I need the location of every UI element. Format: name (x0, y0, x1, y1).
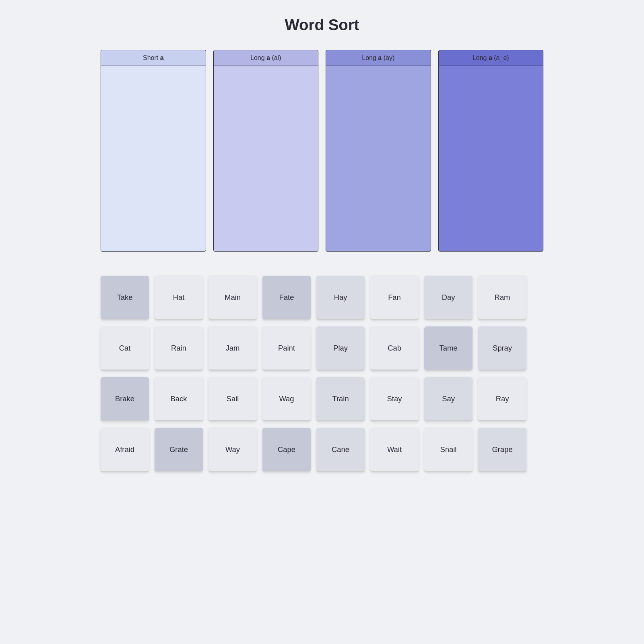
word-row-2: BrakeBackSailWagTrainStaySayRay (101, 377, 543, 421)
word-card-hay[interactable]: Hay (316, 276, 365, 320)
sort-box-body-long-ay[interactable] (326, 66, 431, 251)
sort-box-header-long-ae: Long a (a_e) (439, 50, 543, 66)
word-card-stay[interactable]: Stay (370, 377, 419, 421)
word-card-way[interactable]: Way (208, 428, 257, 472)
word-card-train[interactable]: Train (316, 377, 365, 421)
sort-containers: Short a Long a (ai) Long a (ay) Long a (… (101, 50, 543, 252)
word-row-3: AfraidGrateWayCapeCaneWaitSnailGrape (101, 428, 543, 472)
word-card-main[interactable]: Main (208, 276, 257, 320)
word-card-brake[interactable]: Brake (101, 377, 149, 421)
sort-box-header-long-ay: Long a (ay) (326, 50, 431, 66)
word-row-1: CatRainJamPaintPlayCabTameSpray (101, 326, 543, 371)
word-row-0: TakeHatMainFateHayFanDayRam (101, 276, 543, 320)
word-card-ray[interactable]: Ray (478, 377, 526, 421)
word-card-rain[interactable]: Rain (155, 326, 203, 371)
word-card-wag[interactable]: Wag (262, 377, 311, 421)
sort-box-long-ai[interactable]: Long a (ai) (213, 50, 319, 252)
word-card-tame[interactable]: Tame (424, 326, 473, 371)
word-card-fan[interactable]: Fan (370, 276, 419, 320)
sort-box-body-long-ae[interactable] (439, 66, 543, 251)
word-card-say[interactable]: Say (424, 377, 473, 421)
sort-box-long-ay[interactable]: Long a (ay) (326, 50, 431, 252)
word-card-play[interactable]: Play (316, 326, 365, 371)
word-card-back[interactable]: Back (155, 377, 203, 421)
sort-box-short-a[interactable]: Short a (101, 50, 206, 252)
sort-box-body-short-a[interactable] (101, 66, 206, 251)
word-card-ram[interactable]: Ram (478, 276, 526, 320)
word-card-cane[interactable]: Cane (316, 428, 365, 472)
word-card-cat[interactable]: Cat (101, 326, 149, 371)
sort-box-header-long-ai: Long a (ai) (214, 50, 318, 66)
word-card-grape[interactable]: Grape (478, 428, 526, 472)
word-card-paint[interactable]: Paint (262, 326, 311, 371)
page-title: Word Sort (285, 16, 359, 34)
word-card-sail[interactable]: Sail (208, 377, 257, 421)
word-card-day[interactable]: Day (424, 276, 473, 320)
sort-box-long-ae[interactable]: Long a (a_e) (438, 50, 544, 252)
word-card-fate[interactable]: Fate (262, 276, 311, 320)
word-card-afraid[interactable]: Afraid (101, 428, 149, 472)
word-card-grate[interactable]: Grate (155, 428, 203, 472)
word-cards-area: TakeHatMainFateHayFanDayRamCatRainJamPai… (101, 276, 543, 472)
word-card-hat[interactable]: Hat (155, 276, 203, 320)
sort-box-body-long-ai[interactable] (214, 66, 318, 251)
word-card-spray[interactable]: Spray (478, 326, 526, 371)
sort-box-header-short-a: Short a (101, 50, 206, 66)
word-card-take[interactable]: Take (101, 276, 149, 320)
word-card-cape[interactable]: Cape (262, 428, 311, 472)
word-card-wait[interactable]: Wait (370, 428, 419, 472)
word-card-cab[interactable]: Cab (370, 326, 419, 371)
word-card-snail[interactable]: Snail (424, 428, 473, 472)
word-card-jam[interactable]: Jam (208, 326, 257, 371)
